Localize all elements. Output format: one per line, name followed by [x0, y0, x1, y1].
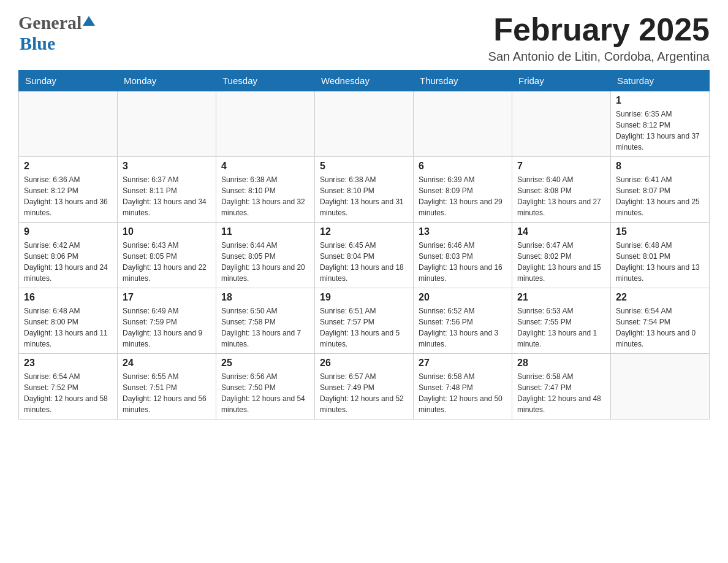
table-row: 17Sunrise: 6:49 AMSunset: 7:59 PMDayligh…: [118, 288, 216, 354]
day-info: Sunrise: 6:58 AMSunset: 7:47 PMDaylight:…: [517, 371, 605, 415]
table-row: [414, 91, 512, 157]
day-number: 7: [517, 161, 605, 172]
day-info: Sunrise: 6:43 AMSunset: 8:05 PMDaylight:…: [123, 240, 211, 284]
month-title: February 2025: [488, 12, 710, 47]
calendar-table: Sunday Monday Tuesday Wednesday Thursday…: [18, 70, 710, 419]
table-row: [512, 91, 611, 157]
day-number: 21: [517, 292, 605, 303]
table-row: 8Sunrise: 6:41 AMSunset: 8:07 PMDaylight…: [611, 157, 710, 223]
day-number: 6: [419, 161, 507, 172]
logo-blue-line: Blue: [18, 33, 55, 54]
day-info: Sunrise: 6:47 AMSunset: 8:02 PMDaylight:…: [517, 240, 605, 284]
table-row: [611, 354, 710, 419]
logo-blue-text: Blue: [20, 33, 55, 53]
day-info: Sunrise: 6:50 AMSunset: 7:58 PMDaylight:…: [221, 305, 309, 350]
day-info: Sunrise: 6:54 AMSunset: 7:54 PMDaylight:…: [616, 305, 704, 350]
table-row: 22Sunrise: 6:54 AMSunset: 7:54 PMDayligh…: [611, 288, 710, 354]
table-row: 23Sunrise: 6:54 AMSunset: 7:52 PMDayligh…: [19, 354, 118, 419]
day-info: Sunrise: 6:41 AMSunset: 8:07 PMDaylight:…: [616, 174, 704, 218]
day-info: Sunrise: 6:56 AMSunset: 7:50 PMDaylight:…: [221, 371, 309, 415]
header-monday: Monday: [118, 71, 216, 91]
day-number: 10: [123, 226, 211, 237]
table-row: 16Sunrise: 6:48 AMSunset: 8:00 PMDayligh…: [19, 288, 118, 354]
day-info: Sunrise: 6:52 AMSunset: 7:56 PMDaylight:…: [419, 305, 507, 350]
table-row: 4Sunrise: 6:38 AMSunset: 8:10 PMDaylight…: [216, 157, 315, 223]
table-row: 14Sunrise: 6:47 AMSunset: 8:02 PMDayligh…: [512, 223, 611, 288]
calendar-week-row: 16Sunrise: 6:48 AMSunset: 8:00 PMDayligh…: [19, 288, 710, 354]
day-number: 17: [123, 292, 211, 303]
page-header: General Blue February 2025 San Antonio d…: [18, 12, 710, 64]
table-row: 24Sunrise: 6:55 AMSunset: 7:51 PMDayligh…: [118, 354, 216, 419]
day-info: Sunrise: 6:54 AMSunset: 7:52 PMDaylight:…: [24, 371, 112, 415]
logo-area: General Blue: [18, 12, 96, 54]
day-info: Sunrise: 6:45 AMSunset: 8:04 PMDaylight:…: [320, 240, 408, 284]
day-info: Sunrise: 6:53 AMSunset: 7:55 PMDaylight:…: [517, 305, 605, 350]
day-number: 1: [616, 95, 704, 106]
calendar-week-row: 9Sunrise: 6:42 AMSunset: 8:06 PMDaylight…: [19, 223, 710, 288]
title-area: February 2025 San Antonio de Litin, Cord…: [488, 12, 710, 64]
day-number: 27: [419, 358, 507, 369]
day-number: 4: [221, 161, 309, 172]
day-number: 15: [616, 226, 704, 237]
table-row: 28Sunrise: 6:58 AMSunset: 7:47 PMDayligh…: [512, 354, 611, 419]
day-info: Sunrise: 6:57 AMSunset: 7:49 PMDaylight:…: [320, 371, 408, 415]
logo-general-text: General: [18, 12, 82, 33]
table-row: [216, 91, 315, 157]
header-friday: Friday: [512, 71, 611, 91]
header-wednesday: Wednesday: [315, 71, 414, 91]
day-info: Sunrise: 6:48 AMSunset: 8:00 PMDaylight:…: [24, 305, 112, 350]
table-row: [118, 91, 216, 157]
table-row: 19Sunrise: 6:51 AMSunset: 7:57 PMDayligh…: [315, 288, 414, 354]
day-info: Sunrise: 6:39 AMSunset: 8:09 PMDaylight:…: [419, 174, 507, 218]
header-sunday: Sunday: [19, 71, 118, 91]
table-row: 11Sunrise: 6:44 AMSunset: 8:05 PMDayligh…: [216, 223, 315, 288]
table-row: 10Sunrise: 6:43 AMSunset: 8:05 PMDayligh…: [118, 223, 216, 288]
table-row: 20Sunrise: 6:52 AMSunset: 7:56 PMDayligh…: [414, 288, 512, 354]
day-info: Sunrise: 6:44 AMSunset: 8:05 PMDaylight:…: [221, 240, 309, 284]
day-info: Sunrise: 6:37 AMSunset: 8:11 PMDaylight:…: [123, 174, 211, 218]
table-row: 25Sunrise: 6:56 AMSunset: 7:50 PMDayligh…: [216, 354, 315, 419]
calendar-header-row: Sunday Monday Tuesday Wednesday Thursday…: [19, 71, 710, 91]
day-info: Sunrise: 6:38 AMSunset: 8:10 PMDaylight:…: [221, 174, 309, 218]
day-info: Sunrise: 6:36 AMSunset: 8:12 PMDaylight:…: [24, 174, 112, 218]
day-number: 9: [24, 226, 112, 237]
table-row: 6Sunrise: 6:39 AMSunset: 8:09 PMDaylight…: [414, 157, 512, 223]
day-number: 20: [419, 292, 507, 303]
day-info: Sunrise: 6:51 AMSunset: 7:57 PMDaylight:…: [320, 305, 408, 350]
day-info: Sunrise: 6:49 AMSunset: 7:59 PMDaylight:…: [123, 305, 211, 350]
day-info: Sunrise: 6:55 AMSunset: 7:51 PMDaylight:…: [123, 371, 211, 415]
table-row: 9Sunrise: 6:42 AMSunset: 8:06 PMDaylight…: [19, 223, 118, 288]
table-row: 12Sunrise: 6:45 AMSunset: 8:04 PMDayligh…: [315, 223, 414, 288]
day-number: 19: [320, 292, 408, 303]
table-row: [315, 91, 414, 157]
table-row: 2Sunrise: 6:36 AMSunset: 8:12 PMDaylight…: [19, 157, 118, 223]
header-tuesday: Tuesday: [216, 71, 315, 91]
table-row: [19, 91, 118, 157]
day-number: 2: [24, 161, 112, 172]
logo-triangle-icon: [82, 15, 96, 28]
day-number: 8: [616, 161, 704, 172]
location-subtitle: San Antonio de Litin, Cordoba, Argentina: [488, 50, 710, 64]
day-info: Sunrise: 6:58 AMSunset: 7:48 PMDaylight:…: [419, 371, 507, 415]
day-number: 11: [221, 226, 309, 237]
header-thursday: Thursday: [414, 71, 512, 91]
day-number: 3: [123, 161, 211, 172]
table-row: 3Sunrise: 6:37 AMSunset: 8:11 PMDaylight…: [118, 157, 216, 223]
day-info: Sunrise: 6:40 AMSunset: 8:08 PMDaylight:…: [517, 174, 605, 218]
day-number: 16: [24, 292, 112, 303]
table-row: 5Sunrise: 6:38 AMSunset: 8:10 PMDaylight…: [315, 157, 414, 223]
table-row: 18Sunrise: 6:50 AMSunset: 7:58 PMDayligh…: [216, 288, 315, 354]
day-number: 13: [419, 226, 507, 237]
calendar-week-row: 23Sunrise: 6:54 AMSunset: 7:52 PMDayligh…: [19, 354, 710, 419]
day-info: Sunrise: 6:38 AMSunset: 8:10 PMDaylight:…: [320, 174, 408, 218]
day-number: 5: [320, 161, 408, 172]
table-row: 15Sunrise: 6:48 AMSunset: 8:01 PMDayligh…: [611, 223, 710, 288]
table-row: 1Sunrise: 6:35 AMSunset: 8:12 PMDaylight…: [611, 91, 710, 157]
day-info: Sunrise: 6:46 AMSunset: 8:03 PMDaylight:…: [419, 240, 507, 284]
table-row: 21Sunrise: 6:53 AMSunset: 7:55 PMDayligh…: [512, 288, 611, 354]
svg-marker-0: [83, 16, 95, 26]
logo: General: [18, 12, 96, 33]
day-number: 18: [221, 292, 309, 303]
day-number: 24: [123, 358, 211, 369]
day-number: 12: [320, 226, 408, 237]
